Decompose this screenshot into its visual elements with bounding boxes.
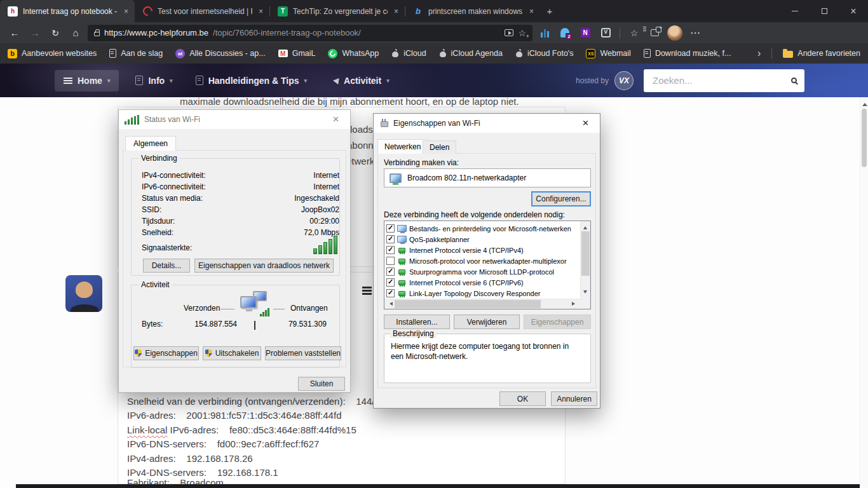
search-input[interactable] (651, 74, 791, 86)
post-options-icon[interactable] (362, 287, 372, 295)
component-row[interactable]: Bestands- en printerdeling voor Microsof… (386, 223, 577, 234)
diagnose-button[interactable]: Problemen vaststellen (265, 346, 341, 360)
tab-algemeen[interactable]: Algemeen (125, 136, 176, 151)
scroll-down-icon[interactable] (583, 290, 587, 295)
component-row[interactable]: Internet Protocol versie 6 (TCP/IPv6) (386, 277, 577, 288)
home-icon[interactable] (67, 25, 84, 41)
vertical-scrollbar[interactable] (580, 221, 590, 299)
bookmark-aan-de-slag[interactable]: Aan de slag (109, 49, 163, 58)
techtip-favicon (278, 6, 288, 17)
onenote-icon[interactable] (577, 25, 593, 41)
user-avatar[interactable] (65, 275, 102, 312)
scrollbar-thumb[interactable] (395, 300, 541, 308)
maximize-button[interactable] (810, 0, 839, 22)
bookmark-icloud[interactable]: iCloud (391, 49, 426, 58)
scrollbar-thumb[interactable] (862, 109, 867, 167)
bookmark-icloud-agenda[interactable]: iCloud Agenda (439, 49, 503, 58)
new-tab-button[interactable] (540, 0, 559, 22)
ghostery-icon[interactable]: 2 (557, 25, 573, 41)
extension-bars-icon[interactable] (536, 25, 553, 41)
nav-item-home[interactable]: Home (55, 70, 119, 92)
other-favorites-folder[interactable]: Andere favorieten (783, 49, 860, 58)
scroll-right-icon[interactable] (572, 302, 577, 306)
component-row[interactable]: Internet Protocol versie 4 (TCP/IPv4) (386, 245, 577, 255)
close-tab-icon[interactable]: × (123, 7, 130, 16)
pocket-icon[interactable] (597, 25, 614, 41)
close-window-button[interactable] (839, 0, 868, 22)
address-bar[interactable]: https://www.pc-helpforum.be /topic/76060… (88, 25, 532, 41)
properties-button[interactable]: Eigenschappen (133, 346, 199, 360)
component-row[interactable]: Stuurprogramma voor Microsoft LLDP-proto… (386, 266, 577, 277)
bookmark-whatsapp[interactable]: WhatsApp (328, 49, 379, 58)
components-listbox[interactable]: Bestands- en printerdeling voor Microsof… (384, 220, 591, 309)
window-controls (780, 0, 868, 22)
nav-item-info[interactable]: Info (135, 76, 172, 86)
checkbox[interactable] (386, 278, 395, 287)
checkbox[interactable] (386, 235, 395, 243)
page-scrollbar[interactable] (860, 97, 868, 488)
bookmark-webmail[interactable]: Webmail (586, 49, 630, 58)
add-favorite-icon[interactable]: + (518, 28, 526, 38)
uninstall-button[interactable]: Verwijderen (454, 315, 520, 329)
favorites-icon[interactable] (626, 25, 642, 41)
tab-forum[interactable]: Internet traag op notebook - Ha × (0, 0, 135, 22)
close-icon[interactable] (571, 114, 600, 133)
menu-icon[interactable] (687, 25, 703, 41)
profile-avatar[interactable] (667, 25, 683, 41)
scroll-up-icon[interactable] (862, 100, 867, 106)
checkbox[interactable] (386, 246, 395, 254)
close-tab-icon[interactable]: × (393, 7, 400, 16)
close-tab-icon[interactable]: × (528, 7, 535, 16)
vx-logo[interactable]: VX (614, 71, 634, 90)
dialog-titlebar[interactable]: Status van Wi-Fi (119, 110, 350, 129)
description-text: Hiermee krijgt deze computer toegang tot… (391, 341, 581, 362)
connect-via-label: Verbinding maken via: (384, 158, 459, 167)
minimize-button[interactable] (780, 0, 810, 22)
dialog-titlebar[interactable]: Eigenschappen van Wi-Fi (374, 114, 600, 133)
checkbox[interactable] (386, 224, 395, 233)
checkbox[interactable] (386, 257, 395, 265)
search-box[interactable] (644, 69, 804, 92)
scroll-up-icon[interactable] (583, 224, 587, 229)
back-icon[interactable] (6, 25, 23, 41)
cancel-button[interactable]: Annuleren (551, 391, 597, 406)
tab-fast[interactable]: Test voor internetsnelheid | Fast.c × (135, 0, 269, 22)
forward-icon[interactable] (27, 25, 43, 41)
checkbox[interactable] (386, 268, 395, 276)
tab-netwerken[interactable]: Netwerken (377, 139, 428, 154)
refresh-icon[interactable] (47, 25, 64, 41)
tab-delen[interactable]: Delen (423, 140, 456, 154)
close-tab-icon[interactable]: × (257, 7, 264, 16)
component-row[interactable]: Link-Layer Topology Discovery Responder (386, 288, 577, 299)
ok-button[interactable]: OK (499, 391, 546, 406)
component-row[interactable]: Microsoft-protocol voor netwerkadapter-m… (386, 255, 577, 266)
scroll-left-icon[interactable] (388, 302, 393, 306)
details-button[interactable]: Details... (143, 259, 190, 273)
horizontal-scrollbar[interactable] (384, 299, 580, 309)
wireless-properties-button[interactable]: Eigenschappen van draadloos netwerk (194, 259, 334, 273)
bookmark-alle-discussies[interactable]: Alle Discussies - ap... (175, 49, 265, 58)
fast-favicon (142, 6, 153, 17)
install-button[interactable]: Installeren... (384, 315, 450, 329)
read-aloud-icon[interactable] (505, 29, 513, 36)
collections-icon[interactable] (646, 25, 663, 41)
disable-button[interactable]: Uitschakelen (203, 346, 261, 360)
bookmarks-overflow-icon[interactable] (757, 48, 761, 59)
bytes-sent-value: 154.887.554 (170, 320, 237, 329)
search-icon[interactable] (791, 78, 797, 83)
nav-item-activiteit[interactable]: Activiteit (330, 76, 390, 86)
close-icon[interactable] (322, 110, 350, 129)
bookmark-gmail[interactable]: GmaiL (278, 49, 316, 58)
close-button[interactable]: Sluiten (298, 377, 345, 391)
bookmark-download-muziek[interactable]: Download muziek, f... (644, 49, 731, 58)
bookmark-aanbevolen-websites[interactable]: Aanbevolen websites (8, 49, 97, 58)
tab-techtip[interactable]: TechTip: Zo vergrendelt je comp × (270, 0, 405, 22)
checkbox[interactable] (386, 289, 395, 297)
scrollbar-thumb[interactable] (581, 231, 590, 276)
configure-button[interactable]: Configureren... (531, 191, 591, 207)
component-row[interactable]: QoS-pakketplanner (386, 234, 577, 245)
tab-bing[interactable]: printscreen maken windows 10 - × (405, 0, 540, 22)
item-properties-button[interactable]: Eigenschappen (524, 315, 591, 329)
bookmark-icloud-fotos[interactable]: iCloud Foto's (515, 49, 574, 58)
nav-item-handleidingen[interactable]: Handleidingen & Tips (196, 76, 307, 86)
